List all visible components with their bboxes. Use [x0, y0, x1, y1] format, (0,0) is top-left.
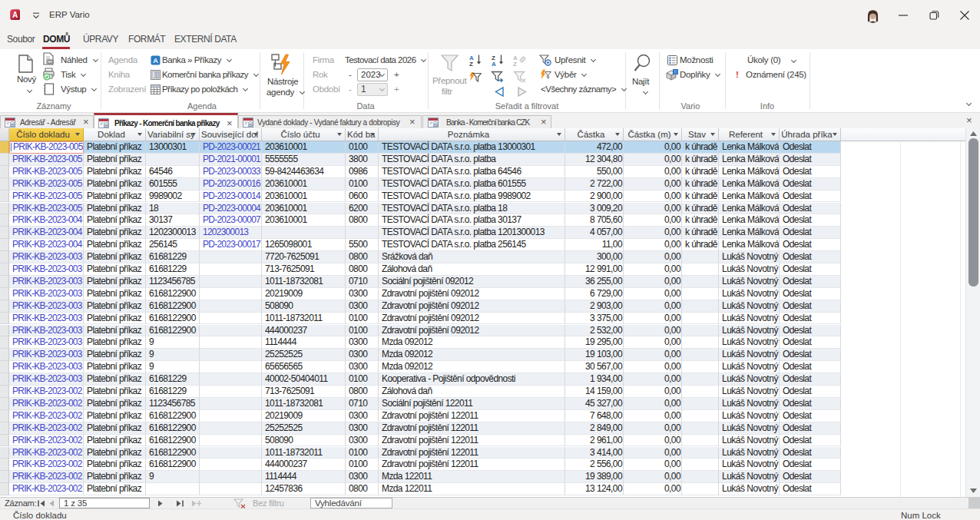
svg-text:A: A — [153, 57, 158, 65]
svg-text:A: A — [12, 11, 18, 19]
svg-text:A: A — [492, 61, 496, 67]
svg-text:Z: Z — [513, 61, 517, 67]
svg-text:Z: Z — [469, 61, 473, 67]
